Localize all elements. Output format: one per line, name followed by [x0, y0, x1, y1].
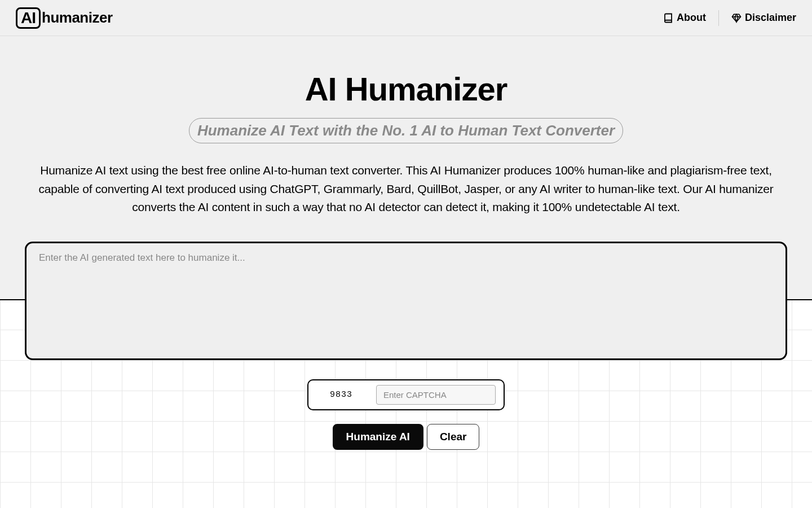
page-description: Humanize AI text using the best free onl… — [34, 161, 778, 217]
top-nav: About Disclaimer — [663, 10, 796, 26]
input-panel — [25, 242, 787, 362]
nav-about-label: About — [677, 12, 706, 24]
nav-disclaimer-label: Disclaimer — [745, 12, 796, 24]
logo-wordmark: humanizer — [42, 9, 113, 27]
subtitle-badge: Humanize AI Text with the No. 1 AI to Hu… — [189, 118, 623, 143]
nav-divider — [718, 10, 719, 26]
page-subtitle: Humanize AI Text with the No. 1 AI to Hu… — [197, 122, 615, 139]
humanize-button[interactable]: Humanize AI — [333, 424, 423, 450]
clear-button[interactable]: Clear — [427, 424, 480, 450]
nav-about[interactable]: About — [663, 12, 706, 24]
captcha-panel: 9833 — [307, 379, 505, 410]
page-title: AI Humanizer — [23, 70, 789, 108]
main-content: AI Humanizer Humanize AI Text with the N… — [0, 36, 812, 450]
captcha-code: 9833 — [316, 390, 366, 400]
site-logo[interactable]: AI humanizer — [16, 7, 113, 29]
nav-disclaimer[interactable]: Disclaimer — [731, 12, 796, 24]
diamond-icon — [731, 13, 742, 23]
action-row: Humanize AI Clear — [23, 424, 789, 450]
logo-badge: AI — [16, 7, 41, 29]
captcha-input[interactable] — [376, 385, 496, 405]
book-icon — [663, 13, 673, 23]
site-header: AI humanizer About Disclaimer — [0, 0, 812, 36]
ai-text-input[interactable] — [25, 242, 787, 360]
